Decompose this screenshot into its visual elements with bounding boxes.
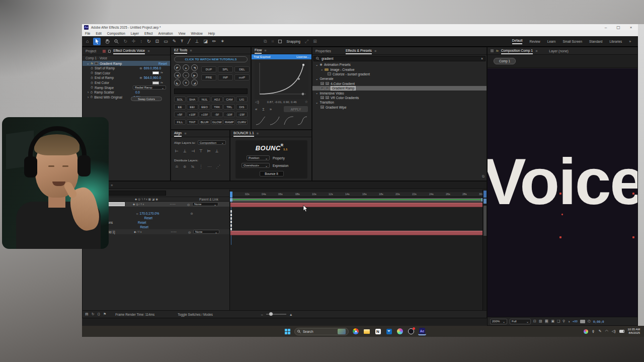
distribute-h-center-icon[interactable]: ⋯ (207, 164, 211, 169)
clone-stamp-tool-icon[interactable]: ⊥ (195, 39, 199, 44)
property-value[interactable]: 564.0,960.0 (144, 76, 170, 79)
scrollbar-thumb[interactable] (484, 206, 487, 236)
layer2-duration-bar[interactable] (230, 231, 484, 235)
end-color-swatch[interactable] (152, 81, 159, 84)
ez-grid-button[interactable]: EEI (187, 104, 198, 110)
trial-banner[interactable]: Trial Expired License... (252, 54, 311, 59)
tab-composition[interactable]: Composition Comp 1 (501, 48, 533, 54)
panel-menu-icon[interactable]: ≡ (190, 49, 192, 52)
ez-grid-button[interactable]: CURV (236, 119, 248, 125)
tab-flow[interactable]: Flow (255, 47, 262, 54)
resolution-dropdown[interactable]: Full⌄ (510, 319, 531, 324)
tree-preset[interactable]: Colorize - sunset gradient (312, 72, 487, 76)
ez-input-field[interactable] (174, 88, 248, 94)
render-queue-icon[interactable]: ▤ (85, 312, 89, 316)
menu-composition[interactable]: Composition (107, 32, 125, 35)
ez-grid-button[interactable]: TRK (211, 104, 223, 110)
tab-project[interactable]: Project (86, 49, 96, 53)
property-value[interactable]: 699.0,958.0 (144, 66, 170, 70)
ez-grid-button[interactable]: EEO (199, 104, 210, 110)
align-right-icon[interactable]: ⊣ (191, 149, 195, 153)
menu-window[interactable]: Window (191, 32, 203, 35)
roi-icon[interactable]: ⊡ (533, 319, 536, 323)
transparency-grid-icon[interactable]: ▨ (539, 319, 542, 323)
microphone-tray-icon[interactable]: 🎙︎ (592, 330, 595, 333)
voice-text-layer[interactable]: Voice (488, 149, 637, 214)
snapping-checkbox[interactable] (278, 40, 282, 43)
eyedropper-icon[interactable]: ✑ (160, 71, 170, 75)
file-explorer-icon[interactable] (363, 327, 371, 335)
selection-handle[interactable] (632, 236, 634, 238)
work-area-bar[interactable] (230, 198, 484, 202)
menu-layer[interactable]: Layer (131, 32, 139, 35)
comp-chip[interactable]: Comp 1 (494, 58, 516, 64)
bounce-property-dropdown[interactable]: Position⌄ (247, 155, 270, 160)
refresh-icon[interactable]: ↻ (92, 312, 95, 316)
del-button[interactable]: DEL (234, 66, 250, 72)
wifi-tray-icon[interactable]: ◠ (605, 329, 608, 333)
timeline-zoom-slider[interactable] (266, 314, 286, 315)
zoom-tool-icon[interactable] (114, 39, 119, 44)
align-to-dropdown[interactable]: Composition⌄ (198, 140, 226, 145)
include-in-render-icon[interactable]: ⊜ (190, 212, 193, 215)
panel-grip-icon[interactable]: ⧉ (482, 174, 485, 178)
curve-editor[interactable] (255, 61, 308, 99)
viewer-timecode[interactable]: 0;00;0 (593, 320, 604, 323)
work-area-start-handle[interactable] (230, 198, 232, 202)
anchor-center-icon[interactable]: + (183, 72, 189, 78)
ez-grid-button[interactable]: CAM (223, 97, 235, 102)
distribute-bottom-icon[interactable]: ≒ (191, 164, 194, 169)
keyframe-marker[interactable] (230, 228, 232, 230)
ez-grid-button[interactable]: TRL (223, 104, 235, 110)
clear-search-icon[interactable]: × (481, 57, 483, 60)
anchor-bottom-icon[interactable]: ▼ (183, 79, 189, 86)
workspace-learn[interactable]: Learn (547, 40, 556, 43)
mask-toggle-icon[interactable]: ▣ (551, 319, 554, 323)
align-bottom-icon[interactable]: ⊥ (215, 149, 219, 153)
magnify-icon[interactable]: ⚲ (562, 319, 565, 323)
workspace-libraries[interactable]: Libraries (609, 40, 622, 43)
lock-icon[interactable] (108, 50, 111, 53)
tab-bounce[interactable]: BOUNCR 1.1 (233, 130, 254, 137)
brush-tool-icon[interactable]: ╱ (188, 39, 190, 44)
tab-align[interactable]: Align (174, 130, 182, 137)
menu-effect[interactable]: Effect (144, 32, 153, 35)
layer2-parent-dropdown[interactable]: None⌄ (193, 230, 219, 234)
ez-grid-button[interactable]: -5F (211, 112, 223, 117)
ez-grid-button[interactable]: FILL (174, 119, 186, 125)
tab-layer[interactable]: Layer (none) (549, 49, 569, 53)
scale-value[interactable]: 170.0,170.0% (140, 212, 159, 215)
sum-icon[interactable]: Σ (262, 108, 264, 111)
parent-pickwhip-icon[interactable]: ◎ (188, 230, 193, 234)
minimize-button[interactable]: – (601, 25, 611, 30)
spl-button[interactable]: SPL (218, 66, 233, 72)
tree-effect[interactable]: 16324-Color Gradient (312, 81, 487, 86)
type-tool-icon[interactable]: T (181, 39, 183, 43)
grid-icon[interactable]: ⊞ (313, 39, 317, 44)
roto-brush-tool-icon[interactable]: ✏ (212, 39, 216, 44)
keyframe-marker[interactable] (230, 210, 232, 213)
next-icon[interactable]: » (270, 107, 272, 112)
reset-link[interactable]: Reset (138, 221, 146, 224)
pan-camera-tool-icon[interactable]: ✛ (132, 39, 136, 44)
brackets-icon[interactable]: ⟨⟩ (98, 312, 100, 316)
ez-grid-button[interactable]: +5F (174, 112, 186, 117)
panel-menu-icon[interactable]: ≡ (257, 132, 259, 135)
speaker-icon[interactable]: ◁) (255, 100, 259, 104)
ez-grid-button[interactable]: SOL (174, 97, 186, 102)
stopwatch-icon[interactable]: ⏱ (91, 85, 93, 89)
workspace-overflow-icon[interactable]: » (629, 40, 631, 43)
ez-grid-button[interactable]: +15F (199, 112, 210, 117)
after-effects-taskbar-icon[interactable]: Ae (418, 327, 426, 335)
menu-help[interactable]: Help (208, 32, 215, 35)
anchor-top-right-icon[interactable]: ◥ (191, 64, 198, 71)
tab-ez-tools[interactable]: EZ Tools (174, 47, 187, 54)
selection-tool-icon[interactable] (93, 38, 101, 45)
menu-view[interactable]: View (179, 32, 186, 35)
puppet-pin-tool-icon[interactable]: ✶ (220, 39, 224, 44)
notion-icon[interactable]: N (374, 327, 382, 335)
stopwatch-icon[interactable]: ⏱ (91, 66, 93, 70)
workspace-standard[interactable]: Standard (589, 40, 602, 43)
stopwatch-icon[interactable]: ⏱ (91, 76, 93, 80)
exposure-value[interactable]: +00 (573, 320, 578, 323)
